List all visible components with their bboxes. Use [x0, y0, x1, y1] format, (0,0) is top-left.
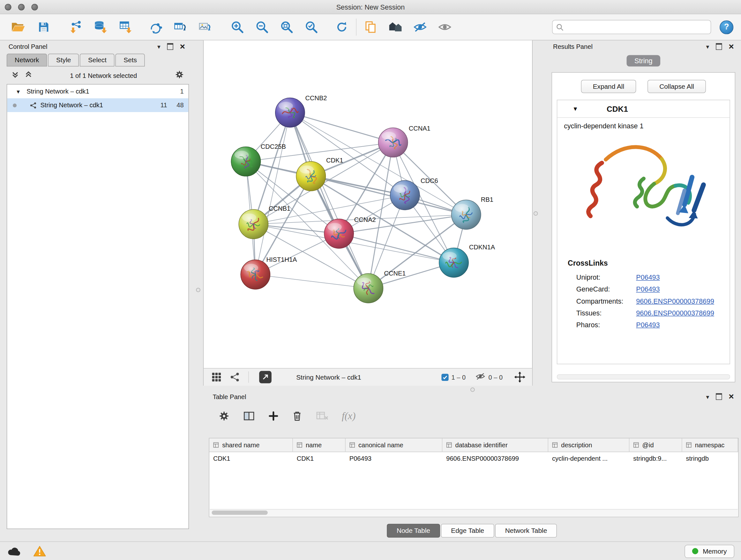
- title-bar: Session: New Session: [0, 0, 741, 14]
- string-home-button[interactable]: [386, 17, 405, 37]
- warnings-button[interactable]: [33, 545, 46, 557]
- column-header-shared-name[interactable]: shared name: [209, 438, 293, 452]
- crosslink-value-link[interactable]: P06493: [636, 273, 660, 281]
- network-node-ccnb2[interactable]: [275, 98, 305, 127]
- tab-style[interactable]: Style: [48, 54, 79, 66]
- zoom-in-button[interactable]: [228, 17, 247, 37]
- detach-view-button[interactable]: [259, 371, 272, 383]
- expand-all-icon[interactable]: [24, 71, 32, 80]
- zoom-out-button[interactable]: [253, 17, 272, 37]
- hidden-eye-slash-icon[interactable]: [475, 372, 486, 382]
- network-options-gear-icon[interactable]: [175, 70, 184, 81]
- column-header-description[interactable]: description: [548, 438, 629, 452]
- network-from-table-button[interactable]: [171, 17, 190, 37]
- tab-network-table[interactable]: Network Table: [495, 524, 557, 538]
- show-glass-button[interactable]: [435, 17, 455, 37]
- network-collection-row[interactable]: ▼ String Network – cdk1 1: [7, 84, 188, 98]
- close-panel-icon[interactable]: ×: [729, 43, 734, 50]
- save-session-button[interactable]: [34, 17, 53, 37]
- collapse-all-icon[interactable]: [11, 71, 19, 80]
- grid-view-button[interactable]: [211, 372, 222, 382]
- selected-checkbox-icon[interactable]: [441, 374, 448, 381]
- column-header--id[interactable]: @id: [629, 438, 682, 452]
- show-columns-button[interactable]: [243, 411, 255, 422]
- float-panel-icon[interactable]: [167, 43, 173, 50]
- search-input[interactable]: [566, 23, 707, 31]
- new-network-button[interactable]: [146, 17, 165, 37]
- network-node-hist1h1a[interactable]: [241, 260, 270, 289]
- open-session-button[interactable]: [9, 17, 27, 37]
- network-node-cdc6[interactable]: [390, 180, 420, 210]
- panel-menu-icon[interactable]: ▾: [706, 43, 709, 50]
- column-header-namespac[interactable]: namespac: [682, 438, 738, 452]
- right-splitter-handle[interactable]: [534, 211, 538, 215]
- network-edge[interactable]: [255, 274, 368, 288]
- function-builder-button[interactable]: f(x): [342, 410, 355, 422]
- tab-string[interactable]: String: [626, 55, 661, 67]
- hidden-counts: 0 – 0: [488, 374, 503, 381]
- float-panel-icon[interactable]: [716, 43, 722, 50]
- network-node-cdk1[interactable]: [296, 162, 326, 191]
- crosslink-value-link[interactable]: 9606.ENSP00000378699: [636, 309, 714, 317]
- string-results-box: Expand All Collapse All ▼ CDK1 cyclin-de…: [551, 72, 735, 382]
- clone-network-button[interactable]: [361, 17, 381, 37]
- tab-node-table[interactable]: Node Table: [387, 524, 440, 538]
- zoom-selected-button[interactable]: [302, 17, 321, 37]
- hide-glass-button[interactable]: [411, 17, 430, 37]
- tab-edge-table[interactable]: Edge Table: [441, 524, 494, 538]
- delete-table-button-disabled[interactable]: [316, 411, 328, 422]
- table-row[interactable]: CDK1CDK1P064939606.ENSP00000378699cyclin…: [209, 452, 738, 465]
- column-header-canonical-name[interactable]: canonical name: [346, 438, 442, 452]
- collapse-all-button[interactable]: Collapse All: [648, 80, 706, 93]
- results-scrollbar[interactable]: [557, 374, 730, 379]
- column-header-database-identifier[interactable]: database identifier: [442, 438, 548, 452]
- network-node-ccna2[interactable]: [324, 219, 354, 248]
- table-horizontal-scrollbar[interactable]: [210, 509, 738, 516]
- network-node-cdc25b[interactable]: [231, 147, 260, 176]
- tab-network[interactable]: Network: [7, 54, 47, 66]
- network-node-cdkn1a[interactable]: [439, 248, 468, 277]
- panel-menu-icon[interactable]: ▾: [706, 393, 709, 400]
- delete-column-button[interactable]: [292, 410, 302, 422]
- network-edge[interactable]: [290, 113, 393, 143]
- network-node-ccnb1[interactable]: [239, 209, 268, 239]
- crosslink-value-link[interactable]: P06493: [636, 285, 660, 293]
- cloud-status-button[interactable]: [7, 546, 21, 556]
- export-image-button[interactable]: [196, 17, 215, 37]
- panel-menu-icon[interactable]: ▾: [157, 43, 160, 50]
- help-button[interactable]: ?: [720, 20, 733, 34]
- birds-eye-view-button[interactable]: [230, 372, 240, 382]
- crosslink-value-link[interactable]: P06493: [636, 321, 660, 328]
- add-column-button[interactable]: [268, 411, 279, 422]
- scrollbar-thumb[interactable]: [212, 510, 268, 515]
- zoom-fit-button[interactable]: [277, 17, 296, 37]
- column-header-name[interactable]: name: [293, 438, 346, 452]
- crosslink-value-link[interactable]: 9606.ENSP00000378699: [636, 297, 714, 305]
- network-edge[interactable]: [290, 113, 368, 288]
- import-network-database-button[interactable]: [91, 17, 111, 37]
- import-network-file-button[interactable]: [66, 17, 85, 37]
- network-node-ccna1[interactable]: [379, 128, 408, 157]
- float-panel-icon[interactable]: [716, 393, 722, 400]
- left-splitter-handle[interactable]: [196, 288, 200, 292]
- protein-card-header[interactable]: ▼ CDK1: [557, 100, 730, 118]
- memory-button[interactable]: Memory: [685, 544, 735, 558]
- close-panel-icon[interactable]: ×: [729, 393, 734, 400]
- close-panel-icon[interactable]: ×: [180, 43, 185, 50]
- apply-layout-button[interactable]: [332, 17, 351, 37]
- network-row[interactable]: String Network – cdk1 11 48: [7, 98, 188, 112]
- pan-mode-button[interactable]: [514, 371, 526, 383]
- table-options-button[interactable]: [218, 410, 230, 422]
- network-edge[interactable]: [339, 234, 454, 263]
- network-node-ccne1[interactable]: [354, 273, 383, 303]
- import-table-button[interactable]: [116, 17, 135, 37]
- horizontal-splitter-handle[interactable]: [470, 388, 475, 392]
- expand-all-button[interactable]: Expand All: [581, 80, 636, 93]
- tab-sets[interactable]: Sets: [116, 54, 145, 66]
- network-node-rb1[interactable]: [452, 200, 481, 229]
- network-edge[interactable]: [255, 113, 290, 274]
- column-label: @id: [643, 442, 654, 449]
- tree-expander-icon[interactable]: ▼: [16, 88, 21, 94]
- network-canvas[interactable]: CCNB2CCNA1CDC25BCDK1CDC6RB1CCNB1CCNA2CDK…: [204, 40, 532, 368]
- tab-select[interactable]: Select: [80, 54, 115, 66]
